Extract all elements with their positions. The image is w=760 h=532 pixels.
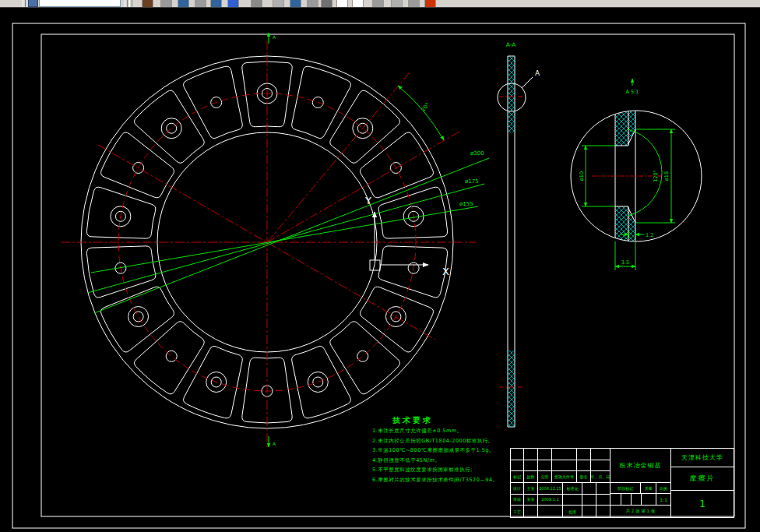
section-hatch-top (508, 56, 515, 132)
y-axis-label: Y (364, 195, 371, 206)
signature-cell (596, 506, 610, 517)
signature-cell (563, 495, 582, 506)
stage-box (632, 494, 642, 505)
revision-cell (538, 449, 552, 460)
pencil-icon[interactable] (142, 0, 153, 8)
signature-cell: 批准 (563, 506, 582, 517)
stage-box (621, 494, 632, 505)
revision-header-cell: 标记 (511, 471, 524, 483)
rivet-hole-large (313, 377, 323, 387)
friction-pad (292, 66, 351, 138)
signature-cell (582, 483, 596, 495)
section-cutting-marks: A A (269, 33, 276, 447)
revision-cell (577, 449, 591, 460)
revision-cell (524, 460, 538, 472)
toolbar-grip[interactable] (125, 0, 128, 8)
signature-cell: 工艺 (511, 506, 524, 517)
diameter-dimensions: ø300 ø175 ø155 (87, 150, 489, 313)
block-icon[interactable] (290, 0, 301, 8)
signature-cell (596, 483, 610, 495)
friction-pad (184, 66, 243, 138)
title-block-right: 天津科技大学 摩擦片 1 (670, 449, 734, 517)
properties-icon[interactable] (210, 0, 222, 8)
revision-cell (524, 449, 538, 460)
measure-icon[interactable] (307, 0, 318, 8)
material-name: 粉末冶金铜基 (610, 449, 670, 483)
friction-pad (330, 90, 400, 163)
toolbar (0, 0, 760, 8)
revision-header-cell: 更改文件号 (552, 471, 577, 483)
signature-cell (524, 506, 538, 517)
section-mark-bottom: A (273, 441, 276, 446)
revision-cell (552, 449, 577, 460)
scale-value: 1:1 (656, 494, 670, 505)
rivet-hole-large (161, 118, 181, 139)
signature-cell: 某某 (524, 495, 538, 506)
friction-pad (184, 346, 243, 417)
selection-icon[interactable] (273, 0, 284, 8)
friction-pad (360, 287, 433, 352)
snap-icon[interactable] (160, 0, 172, 8)
dim-outer-diameter: ø300 (470, 150, 484, 157)
layer-combobox[interactable] (39, 0, 121, 7)
grid-icon[interactable] (372, 0, 384, 8)
revision-cell (591, 460, 610, 472)
toolbar-grip[interactable] (23, 0, 26, 8)
friction-pad (135, 90, 205, 163)
revision-header-cell: 年、月、日 (591, 471, 610, 483)
detail-dimensions: ø10 ø18 1.2 3.5 (579, 129, 675, 270)
rivet-hole-large (308, 372, 328, 393)
revision-header-cell: 处数 (524, 471, 538, 483)
friction-pad (292, 346, 351, 417)
plus-icon[interactable] (321, 0, 332, 8)
flame-icon[interactable] (424, 0, 436, 8)
side-section-view: A-A A (498, 41, 540, 427)
stage-label: 阶段标记 (610, 483, 641, 493)
open-sheet-icon[interactable] (352, 0, 364, 8)
signature-cell: 设计 (511, 483, 524, 495)
title-block-revision-table: 标记处数分区更改文件号签名年、月、日 设计王某2008.12.15标准化审核某某… (511, 449, 610, 517)
tech-req-line: 2.未注内径公差按照GB/T1804-2000标准执行。 (372, 436, 555, 446)
revision-cell (591, 449, 610, 460)
sheet-info: 共 2 张 第 1 张 (610, 506, 670, 517)
part-name: 摩擦片 (671, 467, 734, 491)
title-block: 标记处数分区更改文件号签名年、月、日 设计王某2008.12.15标准化审核某某… (510, 448, 734, 518)
signature-cell: 审核 (511, 495, 524, 506)
detail-view-title: A 5:1 (626, 89, 639, 95)
dim-pad-pitch-angle: 20° (420, 101, 431, 113)
title-block-middle: 粉末冶金铜基 阶段标记 质量 比例 1:1 共 2 张 第 1 张 (610, 449, 670, 517)
friction-pad (378, 187, 448, 238)
x-axis-label: X (442, 266, 449, 277)
signature-cell (582, 506, 596, 517)
layers-icon[interactable] (28, 0, 38, 7)
dim-countersink-dia: ø18 (663, 171, 670, 181)
dim-bore-diameter: ø155 (459, 201, 473, 207)
ortho-icon[interactable] (391, 0, 403, 8)
mass-label: 质量 (641, 483, 656, 493)
section-view-label: A-A (506, 41, 517, 48)
dim-countersink-angle: 120° (653, 170, 659, 182)
signature-cell: 王某 (524, 483, 538, 495)
toolbar-grip[interactable] (129, 0, 132, 8)
revision-header-cell: 签名 (577, 471, 591, 483)
main-view-friction-disc: ø300 ø175 ø155 20° A A Y (61, 33, 489, 447)
angle-dimension: 20° (398, 86, 444, 140)
mass-value (642, 494, 657, 505)
friction-pad (330, 322, 400, 394)
osnap-icon[interactable] (408, 0, 420, 8)
new-sheet-icon[interactable] (336, 0, 348, 8)
dim-friction-layer: 1.2 (646, 232, 653, 238)
arrow-down-icon[interactable] (227, 0, 239, 8)
detail-callout-label: A (535, 69, 540, 77)
detail-view: A 5:1 120° ø10 (571, 79, 702, 270)
section-mark-top: A (273, 34, 276, 40)
linetype-icon[interactable] (195, 0, 206, 8)
revision-header-cell: 分区 (538, 471, 552, 483)
tech-req-line: 1.未注长度尺寸允许偏差±0.5mm。 (372, 426, 555, 436)
friction-pad (360, 132, 433, 198)
ucs-icon: Y X (364, 195, 449, 277)
layer-icon[interactable] (178, 0, 189, 8)
refresh-icon[interactable] (251, 0, 262, 8)
revision-cell (511, 460, 524, 472)
friction-pad (101, 132, 174, 198)
